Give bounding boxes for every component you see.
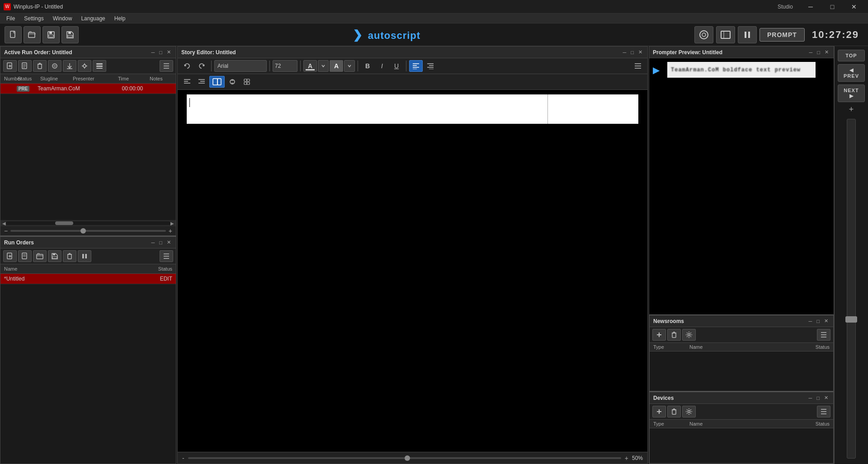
aro-move-btn[interactable] bbox=[78, 60, 91, 72]
prev-button[interactable]: ◀ PREV bbox=[838, 64, 865, 82]
top-button[interactable]: TOP bbox=[838, 50, 865, 61]
ro-minimize-btn[interactable]: ─ bbox=[150, 240, 156, 245]
ro-close-btn[interactable]: ✕ bbox=[165, 239, 172, 245]
aro-zoom-out[interactable]: − bbox=[4, 227, 8, 234]
prompt-button[interactable]: PROMPT bbox=[760, 28, 805, 42]
aro-restore-btn[interactable]: □ bbox=[158, 50, 164, 55]
menu-help[interactable]: Help bbox=[110, 14, 130, 23]
move-para-btn[interactable] bbox=[226, 76, 239, 88]
ns-menu-btn[interactable] bbox=[817, 329, 830, 341]
editor-zoom-slider[interactable] bbox=[188, 457, 621, 459]
bg-color-btn[interactable]: A bbox=[330, 60, 343, 72]
dv-settings-btn[interactable] bbox=[682, 406, 696, 417]
dv-close-btn[interactable]: ✕ bbox=[823, 395, 830, 401]
ro-open-btn[interactable] bbox=[33, 250, 47, 262]
cp-slider[interactable] bbox=[847, 119, 856, 459]
dv-add-btn[interactable] bbox=[652, 406, 666, 417]
script-view-btn[interactable] bbox=[209, 76, 225, 88]
align-right-btn[interactable] bbox=[424, 60, 437, 72]
cp-add-icon[interactable]: + bbox=[838, 105, 865, 114]
pp-minimize-btn[interactable]: ─ bbox=[808, 50, 814, 55]
ro-delete-btn[interactable] bbox=[63, 250, 76, 262]
ro-script-btn[interactable] bbox=[18, 250, 32, 262]
menu-file[interactable]: File bbox=[2, 14, 19, 23]
aro-minimize-btn[interactable]: ─ bbox=[150, 50, 156, 55]
aro-rundown-btn[interactable] bbox=[93, 60, 106, 72]
se-restore-btn[interactable]: □ bbox=[629, 50, 635, 55]
aro-scroll-thumb[interactable] bbox=[55, 221, 73, 225]
aro-scrollbar-h[interactable]: ◀ ▶ bbox=[0, 220, 176, 226]
ro-restore-btn[interactable]: □ bbox=[158, 240, 164, 245]
aro-download-btn[interactable] bbox=[63, 60, 76, 72]
editor-text-block[interactable] bbox=[187, 94, 638, 124]
prompter-circle-button[interactable] bbox=[694, 26, 713, 43]
aro-zoom-in[interactable]: + bbox=[169, 227, 172, 234]
bg-color-dropdown[interactable] bbox=[344, 60, 355, 72]
aro-rows: PRE TeamArman.CoM 00:00:00 bbox=[0, 84, 176, 220]
cp-slider-thumb[interactable] bbox=[845, 316, 857, 323]
ns-add-btn[interactable] bbox=[652, 329, 666, 341]
dv-restore-btn[interactable]: □ bbox=[815, 395, 821, 401]
font-color-dropdown[interactable] bbox=[318, 60, 329, 72]
dv-col-status: Status bbox=[793, 421, 830, 427]
save-button[interactable] bbox=[61, 26, 79, 43]
ns-minimize-btn[interactable]: ─ bbox=[807, 319, 814, 324]
newsrooms-table-header: Type Name Status bbox=[650, 343, 833, 352]
align-para-left[interactable] bbox=[180, 76, 194, 88]
ro-row-1[interactable]: *Untitled EDIT bbox=[0, 274, 176, 284]
col-header-notes: Notes bbox=[150, 76, 172, 81]
pp-restore-btn[interactable]: □ bbox=[816, 50, 821, 55]
aro-delete-btn[interactable] bbox=[33, 60, 47, 72]
next-button[interactable]: NEXT ▶ bbox=[838, 84, 865, 102]
editor-zoom-out[interactable]: - bbox=[182, 455, 184, 462]
menu-language[interactable]: Language bbox=[76, 14, 109, 23]
font-size-select[interactable]: 72 36 48 96 bbox=[273, 60, 297, 72]
content-area: Active Run Order: Untitled ─ □ ✕ bbox=[0, 46, 868, 464]
menu-settings[interactable]: Settings bbox=[19, 14, 48, 23]
open-button[interactable] bbox=[24, 26, 41, 43]
ro-new-btn[interactable] bbox=[3, 250, 17, 262]
maximize-button[interactable]: □ bbox=[822, 0, 843, 14]
dv-delete-btn[interactable] bbox=[667, 406, 681, 417]
menu-window[interactable]: Window bbox=[48, 14, 77, 23]
expand-btn[interactable] bbox=[240, 76, 254, 88]
align-left-btn[interactable] bbox=[409, 60, 423, 72]
aro-menu-btn[interactable] bbox=[160, 60, 173, 72]
minimize-button[interactable]: ─ bbox=[800, 0, 821, 14]
ns-close-btn[interactable]: ✕ bbox=[823, 318, 830, 324]
aro-row-1[interactable]: PRE TeamArman.CoM 00:00:00 bbox=[0, 84, 176, 94]
editor-toolbar-row2 bbox=[178, 74, 647, 90]
aro-new-btn[interactable] bbox=[3, 60, 17, 72]
prompter-rect-button[interactable] bbox=[716, 26, 735, 43]
font-color-btn[interactable]: A bbox=[303, 60, 317, 72]
save-as-button[interactable] bbox=[42, 26, 60, 43]
aro-view-btn[interactable] bbox=[48, 60, 61, 72]
ro-save-btn[interactable] bbox=[48, 250, 61, 262]
aro-script-btn[interactable] bbox=[18, 60, 32, 72]
se-minimize-btn[interactable]: ─ bbox=[622, 50, 628, 55]
pp-close-btn[interactable]: ✕ bbox=[823, 49, 830, 55]
ro-menu-btn[interactable] bbox=[160, 250, 173, 262]
aro-close-btn[interactable]: ✕ bbox=[165, 49, 172, 55]
editor-content[interactable] bbox=[178, 90, 647, 452]
underline-btn[interactable]: U bbox=[390, 60, 403, 72]
ro-pause-btn[interactable] bbox=[78, 250, 91, 262]
ns-settings-btn[interactable] bbox=[682, 329, 696, 341]
se-close-btn[interactable]: ✕ bbox=[637, 49, 644, 55]
pause-button[interactable] bbox=[738, 26, 757, 43]
dv-menu-btn[interactable] bbox=[817, 406, 830, 417]
undo-btn[interactable] bbox=[180, 60, 194, 72]
new-button[interactable] bbox=[5, 26, 22, 43]
bold-btn[interactable]: B bbox=[361, 60, 374, 72]
aro-zoom-slider[interactable] bbox=[10, 230, 166, 232]
menu-btn-editor[interactable] bbox=[631, 60, 645, 72]
italic-btn[interactable]: I bbox=[375, 60, 389, 72]
align-para-right[interactable] bbox=[195, 76, 208, 88]
redo-btn[interactable] bbox=[195, 60, 208, 72]
close-button[interactable]: ✕ bbox=[844, 0, 864, 14]
ns-delete-btn[interactable] bbox=[667, 329, 681, 341]
editor-zoom-in[interactable]: + bbox=[625, 455, 628, 462]
ns-restore-btn[interactable]: □ bbox=[815, 319, 821, 324]
font-family-select[interactable]: Arial Times New Roman Courier New bbox=[214, 60, 267, 72]
dv-minimize-btn[interactable]: ─ bbox=[807, 395, 814, 401]
